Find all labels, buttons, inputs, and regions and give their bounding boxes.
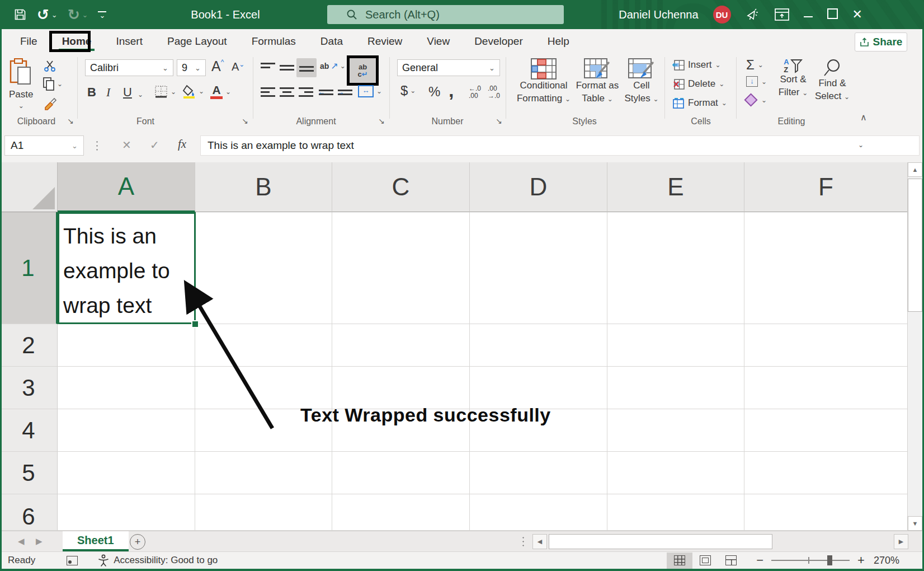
previous-sheet-icon[interactable]: ◀ xyxy=(18,536,25,546)
row-header-1[interactable]: 1 xyxy=(0,212,58,324)
clipboard-dialog-launcher-icon[interactable]: ↘ xyxy=(67,116,74,125)
zoom-in-button[interactable]: + xyxy=(857,553,865,568)
save-icon[interactable] xyxy=(13,8,27,21)
insert-cells-button[interactable]: Insert⌄ xyxy=(672,59,721,71)
cell[interactable] xyxy=(744,367,907,409)
tab-page-layout[interactable]: Page Layout xyxy=(155,35,239,48)
cell-D1[interactable] xyxy=(470,212,607,324)
font-size-combobox[interactable]: 9⌄ xyxy=(177,59,206,76)
user-name[interactable]: Daniel Uchenna xyxy=(619,8,698,21)
select-all-button[interactable] xyxy=(0,162,58,212)
row-header-2[interactable]: 2 xyxy=(0,324,58,367)
delete-cells-button[interactable]: Delete⌄ xyxy=(672,78,724,90)
cell[interactable] xyxy=(58,409,195,452)
accounting-format-button[interactable]: $ ⌄ xyxy=(400,83,416,99)
page-break-preview-button[interactable] xyxy=(718,553,744,569)
vertical-scrollbar[interactable]: ▲ ▼ xyxy=(907,162,922,531)
cell[interactable] xyxy=(58,324,195,367)
zoom-slider-handle[interactable] xyxy=(827,555,832,565)
chevron-down-icon[interactable]: ⌄ xyxy=(51,11,58,18)
formula-bar-drag-handle[interactable] xyxy=(96,140,98,152)
search-input[interactable]: Search (Alt+Q) xyxy=(327,5,564,24)
fill-handle[interactable] xyxy=(191,320,199,328)
scroll-right-icon[interactable]: ▶ xyxy=(894,534,908,549)
cell[interactable] xyxy=(607,324,744,367)
tab-review[interactable]: Review xyxy=(355,35,414,48)
cell[interactable] xyxy=(195,452,332,494)
name-box[interactable]: A1 ⌄ xyxy=(4,135,84,156)
cell[interactable] xyxy=(744,494,907,531)
cell[interactable] xyxy=(744,324,907,367)
number-dialog-launcher-icon[interactable]: ↘ xyxy=(496,116,502,125)
cell[interactable] xyxy=(607,494,744,531)
cell[interactable] xyxy=(470,494,607,531)
find-select-button[interactable]: Find & Select ⌄ xyxy=(812,58,852,103)
tab-view[interactable]: View xyxy=(414,35,462,48)
minimize-button[interactable] xyxy=(804,10,813,20)
cut-button[interactable] xyxy=(44,59,56,72)
expand-formula-bar-icon[interactable]: ⌄ xyxy=(858,141,864,149)
cell[interactable] xyxy=(58,367,195,409)
formula-content[interactable]: This is an example to wrap text xyxy=(200,135,920,156)
ribbon-display-options-icon[interactable] xyxy=(775,8,789,21)
sheet-tab-sheet1[interactable]: Sheet1 xyxy=(63,531,129,551)
cancel-entry-icon[interactable]: ✕ xyxy=(122,138,131,152)
align-right-button[interactable] xyxy=(299,86,313,100)
cell-B1[interactable] xyxy=(195,212,332,324)
copy-button[interactable]: ⌄ xyxy=(43,77,63,91)
column-header-b[interactable]: B xyxy=(195,162,332,212)
coming-soon-megaphone-icon[interactable] xyxy=(746,7,760,22)
tab-formulas[interactable]: Formulas xyxy=(239,35,308,48)
cell[interactable] xyxy=(195,324,332,367)
undo-button[interactable]: ↺ ⌄ xyxy=(37,7,58,22)
cell-F1[interactable] xyxy=(744,212,907,324)
italic-button[interactable]: I xyxy=(106,85,110,100)
font-color-button[interactable]: A ⌄ xyxy=(210,84,231,99)
zoom-level[interactable]: 270% xyxy=(874,555,899,567)
alignment-dialog-launcher-icon[interactable]: ↘ xyxy=(378,116,385,125)
merge-and-center-button[interactable]: ↔ ⌄ xyxy=(358,85,382,97)
row-header-3[interactable]: 3 xyxy=(0,367,58,409)
cell-E1[interactable] xyxy=(607,212,744,324)
cell[interactable] xyxy=(607,452,744,494)
tab-data[interactable]: Data xyxy=(308,35,355,48)
top-align-button[interactable] xyxy=(261,62,275,76)
autosum-button[interactable]: Σ ⌄ xyxy=(746,57,763,73)
scroll-up-icon[interactable]: ▲ xyxy=(908,162,922,177)
macro-record-icon[interactable] xyxy=(67,556,78,565)
cell[interactable] xyxy=(607,367,744,409)
format-as-table-button[interactable]: Format as Table ⌄ xyxy=(572,58,623,105)
cell[interactable] xyxy=(332,324,470,367)
bold-button[interactable]: B xyxy=(87,85,96,100)
comma-style-button[interactable]: , xyxy=(449,79,454,101)
cell-styles-button[interactable]: Cell Styles ⌄ xyxy=(622,58,661,105)
next-sheet-icon[interactable]: ▶ xyxy=(36,536,43,546)
cell[interactable] xyxy=(195,367,332,409)
tab-scroll-splitter-handle[interactable] xyxy=(522,536,524,547)
wrap-text-button[interactable]: ab c↵ xyxy=(357,63,367,78)
accessibility-checker[interactable]: Accessibility: Good to go xyxy=(98,554,218,567)
enter-entry-icon[interactable]: ✓ xyxy=(150,138,159,152)
insert-function-icon[interactable]: fx xyxy=(178,137,186,151)
cell-C1[interactable] xyxy=(332,212,470,324)
underline-button[interactable]: U xyxy=(123,85,132,100)
tab-insert[interactable]: Insert xyxy=(103,35,155,48)
zoom-slider[interactable] xyxy=(771,560,850,561)
decrease-indent-button[interactable]: ← xyxy=(319,86,333,100)
cell[interactable] xyxy=(744,409,907,452)
scroll-left-icon[interactable]: ◀ xyxy=(532,534,547,549)
decrease-decimal-button[interactable]: .00→.0 xyxy=(488,85,500,99)
middle-align-button[interactable] xyxy=(280,62,294,76)
cell[interactable] xyxy=(195,494,332,531)
borders-button[interactable]: ⌄ xyxy=(154,85,176,99)
decrease-font-size-button[interactable]: A⌄ xyxy=(232,60,244,73)
horizontal-scrollbar[interactable]: ◀ ▶ xyxy=(532,534,908,549)
customize-quick-access-toolbar-icon[interactable]: ⌄ xyxy=(98,11,106,18)
orientation-button[interactable]: ab ↗ ⌄ xyxy=(320,60,346,71)
maximize-button[interactable] xyxy=(827,8,838,21)
cell[interactable] xyxy=(332,494,470,531)
column-header-a[interactable]: A xyxy=(58,162,195,212)
percent-style-button[interactable]: % xyxy=(428,84,440,100)
format-painter-button[interactable] xyxy=(44,96,58,111)
align-left-button[interactable] xyxy=(261,86,275,100)
